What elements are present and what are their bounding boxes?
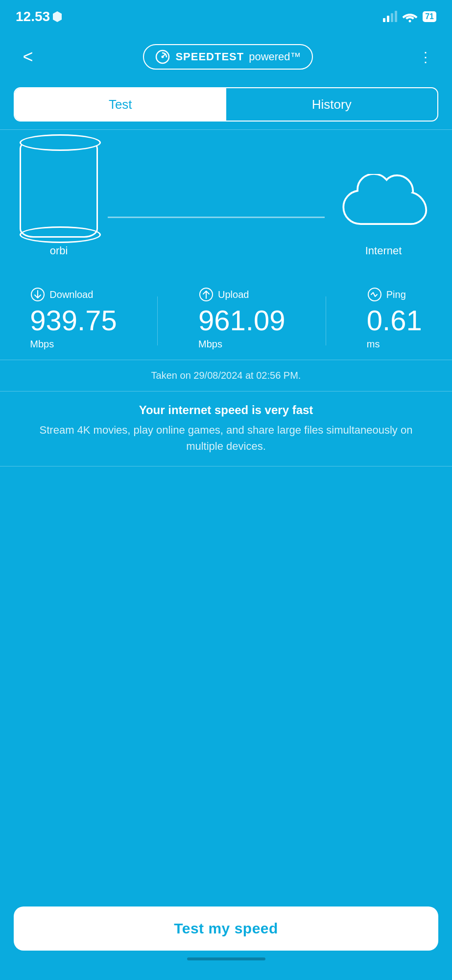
svg-line-3 — [163, 54, 166, 57]
download-icon — [30, 287, 46, 302]
ping-stat: Ping 0.61 ms — [367, 287, 422, 350]
cloud-icon — [334, 174, 432, 238]
upload-stat: Upload 961.09 Mbps — [198, 287, 285, 350]
download-unit: Mbps — [30, 339, 54, 350]
location-icon — [53, 11, 62, 22]
orbi-label: orbi — [50, 245, 68, 257]
battery-icon: 71 — [423, 11, 436, 22]
logo-speedtest-text: SPEEDTEST — [175, 50, 244, 63]
header: < SPEEDTEST powered™ ⋮ — [0, 34, 452, 79]
internet-label: Internet — [365, 245, 402, 257]
download-label: Download — [49, 289, 93, 300]
upload-unit: Mbps — [198, 339, 222, 350]
test-my-speed-button[interactable]: Test my speed — [14, 906, 438, 951]
home-indicator — [187, 957, 265, 960]
ping-label: Ping — [386, 289, 406, 300]
ping-icon — [367, 287, 382, 302]
more-button[interactable]: ⋮ — [416, 46, 436, 68]
battery-level: 71 — [425, 12, 434, 21]
ping-value: 0.61 — [367, 306, 422, 335]
logo: SPEEDTEST powered™ — [143, 44, 312, 70]
upload-label: Upload — [218, 289, 249, 300]
back-button[interactable]: < — [16, 47, 40, 67]
upload-value: 961.09 — [198, 306, 285, 335]
timestamp: Taken on 29/08/2024 at 02:56 PM. — [0, 360, 452, 391]
internet-device: Internet — [334, 174, 432, 257]
svg-point-0 — [409, 20, 411, 23]
speed-assessment: Your internet speed is very fast Stream … — [0, 392, 452, 466]
download-stat: Download 939.75 Mbps — [30, 287, 117, 350]
stats-section: Download 939.75 Mbps Upload 961.09 Mbps … — [0, 272, 452, 360]
devices-row: orbi Internet — [0, 130, 452, 272]
status-bar: 12.53 71 — [0, 0, 452, 29]
assessment-divider — [0, 466, 452, 466]
speedtest-logo-icon — [155, 49, 170, 65]
ping-header: Ping — [367, 287, 406, 302]
stat-divider-1 — [157, 296, 158, 345]
bottom-section: Test my speed — [0, 897, 452, 980]
signal-icon — [383, 11, 397, 22]
orbi-icon — [20, 140, 98, 238]
logo-powered-text: powered™ — [249, 50, 301, 63]
speed-title: Your internet speed is very fast — [20, 403, 432, 417]
wifi-icon — [402, 11, 418, 23]
time-display: 12.53 — [16, 9, 50, 24]
upload-icon — [198, 287, 214, 302]
speed-description: Stream 4K movies, play online games, and… — [20, 422, 432, 454]
upload-header: Upload — [198, 287, 249, 302]
tab-test[interactable]: Test — [15, 88, 226, 121]
status-icons: 71 — [383, 11, 436, 23]
ping-unit: ms — [367, 339, 380, 350]
download-header: Download — [30, 287, 93, 302]
orbi-device: orbi — [20, 140, 98, 257]
status-time: 12.53 — [16, 9, 62, 24]
tab-switcher: Test History — [14, 87, 438, 122]
tab-history[interactable]: History — [226, 88, 438, 121]
stat-divider-2 — [326, 296, 326, 345]
download-value: 939.75 — [30, 306, 117, 335]
connection-line — [108, 217, 325, 218]
